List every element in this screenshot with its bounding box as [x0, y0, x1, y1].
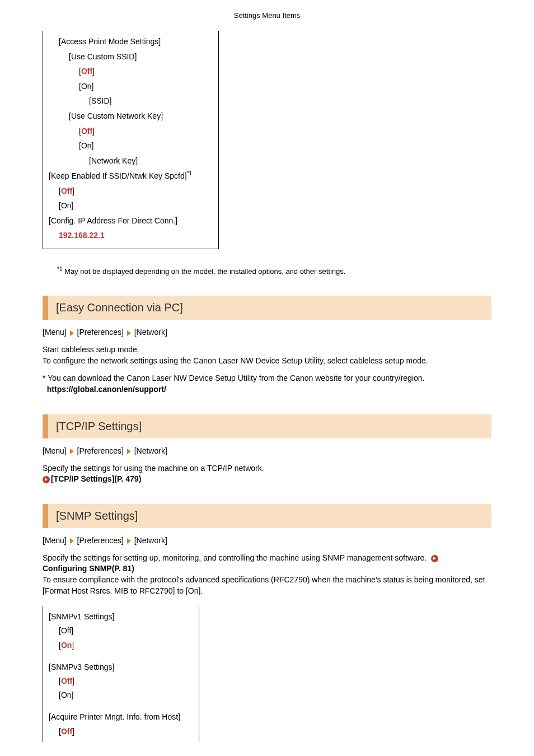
breadcrumb-network: [Network] [134, 328, 167, 337]
cross-reference-link[interactable]: [TCP/IP Settings](P. 479) [43, 474, 141, 483]
body-paragraph: * You can download the Canon Laser NW De… [43, 373, 491, 395]
section-heading-easy-connection: [Easy Connection via PC] [43, 296, 491, 320]
setting-row: [Keep Enabled If SSID/Ntwk Key Spcfd]*1 [49, 168, 213, 183]
setting-label: [Keep Enabled If SSID/Ntwk Key Spcfd] [49, 171, 187, 180]
breadcrumb-preferences: [Preferences] [77, 328, 124, 337]
value-off: Off [81, 127, 92, 136]
setting-row: [SNMPv1 Settings] [49, 610, 193, 624]
setting-row: [Use Custom SSID] [49, 49, 213, 64]
setting-row: [Off] [49, 674, 193, 688]
breadcrumb: [Menu] [Preferences] [Network] [43, 446, 491, 455]
bracket: ] [92, 127, 95, 136]
setting-row: [Use Custom Network Key] [49, 109, 213, 124]
spacer [49, 652, 193, 660]
setting-row: [Acquire Printer Mngt. Info. from Host] [49, 710, 193, 724]
play-circle-icon [43, 476, 50, 483]
chevron-right-icon [127, 330, 131, 336]
breadcrumb-preferences: [Preferences] [77, 446, 124, 455]
setting-row: [Network Key] [49, 153, 213, 169]
text-line: To ensure compliance with the protocol's… [43, 575, 485, 595]
setting-row: [On] [49, 79, 213, 94]
chevron-right-icon [127, 449, 131, 454]
breadcrumb-network: [Network] [134, 446, 167, 455]
ip-address-value: 192.168.22.1 [49, 228, 213, 243]
value-off: Off [61, 676, 72, 685]
page-header: Settings Menu Items [43, 11, 491, 20]
value-off: Off [81, 67, 92, 76]
breadcrumb-network: [Network] [134, 536, 167, 545]
text-line: Specify the settings for using the machi… [43, 464, 264, 473]
breadcrumb-menu: [Menu] [43, 328, 67, 337]
chevron-right-icon [127, 538, 131, 544]
value-on: On [61, 641, 72, 650]
settings-box-access-point: [Access Point Mode Settings] [Use Custom… [43, 31, 219, 249]
setting-row: [Config. IP Address For Direct Conn.] [49, 213, 213, 228]
breadcrumb-preferences: [Preferences] [77, 536, 124, 545]
setting-row: [Off] [49, 184, 213, 199]
text-line: Start cableless setup mode. [43, 345, 139, 354]
setting-row: [SNMPv3 Settings] [49, 660, 193, 674]
body-paragraph: Specify the settings for using the machi… [43, 463, 491, 485]
breadcrumb-menu: [Menu] [43, 446, 67, 455]
bracket: ] [72, 676, 74, 685]
text-line: To configure the network settings using … [43, 356, 428, 365]
text-line: Specify the settings for setting up, mon… [43, 553, 429, 562]
page-content: Settings Menu Items [Access Point Mode S… [0, 0, 534, 756]
setting-row: [Off] [49, 725, 193, 739]
setting-row: [On] [49, 688, 193, 702]
value-off: Off [61, 727, 72, 736]
play-circle-icon [431, 555, 438, 562]
bracket: ] [72, 727, 74, 736]
body-paragraph: Specify the settings for setting up, mon… [43, 553, 491, 596]
footnote-ref: *1 [187, 170, 192, 176]
spacer [49, 702, 193, 710]
setting-row: [Off] [49, 124, 213, 139]
chevron-right-icon [70, 538, 74, 544]
footnote: *1 May not be displayed depending on the… [57, 266, 491, 276]
setting-row: [Off] [49, 64, 213, 79]
section-heading-tcpip: [TCP/IP Settings] [43, 414, 491, 438]
body-paragraph: Start cableless setup mode. To configure… [43, 344, 491, 366]
setting-row: [SSID] [49, 94, 213, 109]
chevron-right-icon [70, 330, 74, 336]
setting-row: [On] [49, 138, 213, 153]
footnote-text: May not be displayed depending on the mo… [62, 267, 345, 276]
breadcrumb-menu: [Menu] [43, 536, 67, 545]
setting-row: [Off] [49, 624, 193, 638]
chevron-right-icon [70, 449, 74, 454]
breadcrumb: [Menu] [Preferences] [Network] [43, 328, 491, 337]
bracket: ] [92, 67, 95, 76]
link-text: [TCP/IP Settings](P. 479) [51, 474, 141, 483]
settings-box-snmp: [SNMPv1 Settings] [Off] [On] [SNMPv3 Set… [43, 606, 199, 742]
setting-row: [On] [49, 638, 193, 652]
value-off: Off [61, 186, 72, 195]
setting-row: [On] [49, 198, 213, 213]
support-url: https://global.canon/en/support/ [47, 385, 166, 394]
bracket: ] [72, 641, 74, 650]
text-line: * You can download the Canon Laser NW De… [43, 374, 424, 382]
cross-reference-link[interactable]: Configuring SNMP(P. 81) [43, 564, 134, 573]
section-heading-snmp: [SNMP Settings] [43, 504, 491, 528]
setting-row: [Access Point Mode Settings] [49, 34, 213, 49]
breadcrumb: [Menu] [Preferences] [Network] [43, 536, 491, 545]
bracket: ] [72, 186, 74, 195]
